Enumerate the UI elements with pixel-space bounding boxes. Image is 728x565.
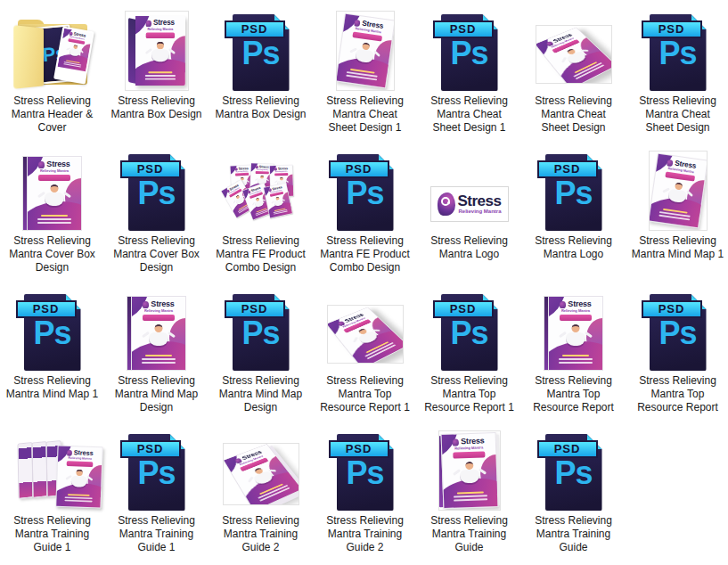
file-thumbnail: Ps PSD bbox=[104, 425, 209, 511]
file-item-psd[interactable]: Ps PSD Stress Relieving Mantra Cover Box… bbox=[104, 145, 209, 285]
brand-subtitle: Relieving Mantra bbox=[135, 28, 185, 31]
file-label: Stress Relieving Mantra Cheat Sheet Desi… bbox=[423, 94, 516, 135]
brand-title: Stress bbox=[568, 300, 591, 308]
file-item-psd[interactable]: Ps PSD Stress Relieving Mantra FE Produc… bbox=[313, 145, 417, 285]
file-thumbnail: Stress Relieving Mantra bbox=[0, 145, 104, 231]
file-label: Stress Relieving Mantra Training Guide 2 bbox=[319, 514, 412, 554]
photoshop-ps-glyph: Ps bbox=[545, 455, 602, 491]
meditating-character bbox=[65, 469, 92, 492]
file-label: Stress Relieving Mantra Training Guide 1 bbox=[110, 514, 203, 554]
file-item-folder[interactable]: Ps Stress Relieving Mantra Stress Reliev… bbox=[0, 5, 104, 145]
character-body bbox=[69, 48, 80, 57]
photoshop-file-icon: Ps PSD bbox=[128, 434, 185, 511]
file-thumbnail: Stress Relieving Mantra bbox=[521, 5, 626, 91]
file-grid: Ps Stress Relieving Mantra Stress Reliev… bbox=[0, 0, 728, 565]
file-item-psd[interactable]: Ps PSD Stress Relieving Mantra Cheat She… bbox=[626, 5, 728, 145]
file-item-psd[interactable]: Ps PSD Stress Relieving Mantra Training … bbox=[521, 425, 626, 565]
brand-subtitle: Relieving Mantra bbox=[132, 309, 185, 313]
file-item-combo[interactable]: Stress Relieving Mantra Stress Relieving… bbox=[209, 145, 313, 285]
file-label: Stress Relieving Mantra Box Design bbox=[215, 94, 307, 121]
file-item-book-standing[interactable]: Stress Relieving Mantra Stress Relieving… bbox=[417, 425, 521, 565]
brand-subtitle: Relieving Mantra bbox=[58, 456, 102, 461]
cover-text-lines bbox=[549, 355, 602, 364]
file-thumbnail: Stress Relieving Mantra bbox=[104, 285, 209, 371]
file-item-psd[interactable]: Ps PSD Stress Relieving Mantra Cheat She… bbox=[417, 5, 521, 145]
file-label: Stress Relieving Mantra Mind Map 1 bbox=[6, 374, 99, 401]
cover-title-banner bbox=[234, 173, 248, 176]
photoshop-file-icon: Ps PSD bbox=[441, 14, 498, 91]
file-item-cover-tilt[interactable]: Stress Relieving Mantra Stress Relieving… bbox=[313, 5, 417, 145]
psd-format-badge: PSD bbox=[329, 440, 389, 458]
lying-cover-photo: Stress Relieving Mantra bbox=[536, 25, 612, 84]
psd-format-badge: PSD bbox=[433, 300, 494, 318]
character-head bbox=[465, 462, 473, 470]
logo-subtitle: Relieving Mantra bbox=[458, 209, 501, 215]
file-item-cover-flat[interactable]: Stress Relieving Mantra Stress Relieving… bbox=[521, 285, 626, 425]
file-item-psd[interactable]: Ps PSD Stress Relieving Mantra Box Desig… bbox=[209, 5, 313, 145]
photoshop-ps-glyph: Ps bbox=[128, 176, 185, 211]
file-item-logo[interactable]: Stress Relieving Mantra Stress Relieving… bbox=[417, 145, 521, 285]
cover-title-banner bbox=[143, 315, 175, 321]
file-label: Stress Relieving Mantra Mind Map Design bbox=[215, 374, 307, 414]
logo-text-block: Stress Relieving Mantra bbox=[458, 193, 502, 215]
meditating-character bbox=[65, 44, 84, 61]
file-item-cover-lying[interactable]: Stress Relieving Mantra Stress Relieving… bbox=[521, 5, 626, 145]
file-item-cover-flat[interactable]: Stress Relieving Mantra Stress Relieving… bbox=[104, 285, 209, 425]
product-box-3d: Stress Relieving Mantra bbox=[128, 16, 185, 86]
file-item-psd[interactable]: Ps PSD Stress Relieving Mantra Top Resou… bbox=[626, 285, 728, 425]
file-thumbnail: Stress Relieving Mantra bbox=[104, 5, 209, 91]
flat-cover-photo: Stress Relieving Mantra bbox=[127, 296, 186, 371]
file-thumbnail: Ps PSD bbox=[313, 425, 417, 511]
character-body bbox=[254, 200, 264, 208]
file-label: Stress Relieving Mantra Mind Map Design bbox=[110, 374, 203, 414]
brand-head-icon bbox=[67, 450, 72, 456]
standing-book: Stress Relieving Mantra bbox=[440, 432, 498, 509]
file-thumbnail: Ps PSD bbox=[209, 5, 313, 91]
cover-title-banner bbox=[66, 461, 93, 467]
file-label: Stress Relieving Mantra Training Guide bbox=[423, 514, 516, 554]
file-thumbnail: Ps PSD bbox=[626, 5, 728, 91]
photoshop-ps-glyph: Ps bbox=[545, 176, 602, 211]
psd-format-badge: PSD bbox=[329, 160, 389, 178]
brand-head-icon bbox=[145, 20, 151, 26]
photoshop-ps-glyph: Ps bbox=[24, 315, 81, 351]
product-cover-art: Stress Relieving Mantra bbox=[336, 13, 395, 88]
file-item-cover-tilt[interactable]: Stress Relieving Mantra Stress Relieving… bbox=[626, 145, 728, 285]
cover-text-lines bbox=[135, 71, 185, 79]
binder-front-box: Stress Relieving Mantra bbox=[55, 446, 102, 509]
file-item-psd[interactable]: Ps PSD Stress Relieving Mantra Mind Map … bbox=[0, 285, 104, 425]
file-thumbnail: Stress Relieving Mantra bbox=[626, 145, 728, 231]
file-item-psd[interactable]: Ps PSD Stress Relieving Mantra Training … bbox=[104, 425, 209, 565]
file-item-book-lying[interactable]: Stress Relieving Mantra Stress Relieving… bbox=[209, 425, 313, 565]
file-label: Stress Relieving Mantra Cover Box Design bbox=[110, 234, 203, 274]
file-item-psd[interactable]: Ps PSD Stress Relieving Mantra Training … bbox=[313, 425, 417, 565]
product-cover-art: Stress Relieving Mantra bbox=[649, 153, 708, 228]
file-item-psd[interactable]: Ps PSD Stress Relieving Mantra Top Resou… bbox=[417, 285, 521, 425]
flat-cover: Stress Relieving Mantra bbox=[22, 156, 82, 231]
standing-book-photo: Stress Relieving Mantra bbox=[438, 430, 501, 511]
file-item-cover-lying[interactable]: Stress Relieving Mantra Stress Relieving… bbox=[313, 285, 417, 425]
file-item-box3d[interactable]: Stress Relieving Mantra Stress Relieving… bbox=[104, 5, 209, 145]
cover-brand-logo: Stress bbox=[549, 300, 602, 308]
character-body bbox=[667, 189, 687, 203]
file-item-cover-flat[interactable]: Stress Relieving Mantra Stress Relieving… bbox=[0, 145, 104, 285]
file-thumbnail: Stress Relieving Mantra bbox=[417, 425, 521, 511]
folder-icon: Ps Stress Relieving Mantra bbox=[13, 20, 92, 91]
file-thumbnail: Ps PSD bbox=[417, 5, 521, 91]
photoshop-ps-glyph: Ps bbox=[233, 315, 290, 351]
file-label: Stress Relieving Mantra Top Resource Rep… bbox=[528, 374, 620, 414]
file-item-psd[interactable]: Ps PSD Stress Relieving Mantra Mind Map … bbox=[209, 285, 313, 425]
psd-format-badge: PSD bbox=[642, 20, 702, 38]
cover-title-banner bbox=[255, 171, 268, 174]
cover-brand-logo: Stress bbox=[132, 300, 185, 308]
psd-format-badge: PSD bbox=[120, 160, 181, 178]
file-item-psd[interactable]: Ps PSD Stress Relieving Mantra Logo bbox=[521, 145, 626, 285]
file-label: Stress Relieving Mantra Top Resource Rep… bbox=[319, 374, 412, 414]
file-label: Stress Relieving Mantra Top Resource Rep… bbox=[423, 374, 516, 414]
cover-title-banner bbox=[145, 33, 174, 39]
product-cover-art: Stress Relieving Mantra bbox=[27, 156, 82, 231]
file-item-binders[interactable]: Stress Relieving Mantra Stress Relieving… bbox=[0, 425, 104, 565]
photoshop-file-icon: Ps PSD bbox=[545, 154, 602, 231]
file-label: Stress Relieving Mantra Training Guide bbox=[528, 514, 620, 554]
box-front-panel: Stress Relieving Mantra bbox=[135, 16, 185, 86]
